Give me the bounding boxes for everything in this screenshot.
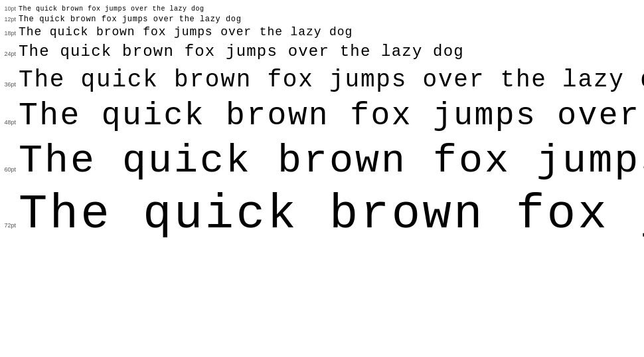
preview-text: The quick brown fox jumps over the lazy … — [19, 15, 241, 24]
font-row-row-60pt: 60ptThe quick brown fox jumps — [0, 137, 644, 185]
preview-text: The quick brown fox jumps over the lazy … — [19, 43, 464, 62]
font-row-row-72pt: 72ptThe quick brown fox ju — [0, 186, 644, 243]
font-row-row-10pt: 10ptThe quick brown fox jumps over the l… — [0, 5, 644, 13]
size-label: 12pt — [0, 16, 19, 23]
font-row-row-18pt: 18ptThe quick brown fox jumps over the l… — [0, 25, 644, 40]
preview-text: The quick brown fox jumps over the lazy … — [19, 66, 644, 94]
size-label: 72pt — [0, 222, 19, 229]
size-label: 60pt — [0, 166, 19, 174]
size-label: 18pt — [0, 30, 19, 37]
font-preview-container: 10ptThe quick brown fox jumps over the l… — [0, 0, 644, 249]
size-label: 36pt — [0, 81, 19, 88]
font-row-row-36pt: 36ptThe quick brown fox jumps over the l… — [0, 66, 644, 94]
preview-text: The quick brown fox ju — [19, 186, 644, 243]
font-row-row-24pt: 24ptThe quick brown fox jumps over the l… — [0, 43, 644, 62]
font-row-row-48pt: 48ptThe quick brown fox jumps over — [0, 97, 644, 136]
font-row-row-12pt: 12ptThe quick brown fox jumps over the l… — [0, 15, 644, 24]
preview-text: The quick brown fox jumps over the lazy … — [19, 25, 353, 40]
preview-text: The quick brown fox jumps over — [19, 97, 640, 136]
size-label: 10pt — [0, 5, 19, 13]
preview-text: The quick brown fox jumps over the lazy … — [19, 5, 204, 13]
preview-text: The quick brown fox jumps — [19, 137, 644, 185]
size-label: 48pt — [0, 119, 19, 126]
size-label: 24pt — [0, 51, 19, 58]
